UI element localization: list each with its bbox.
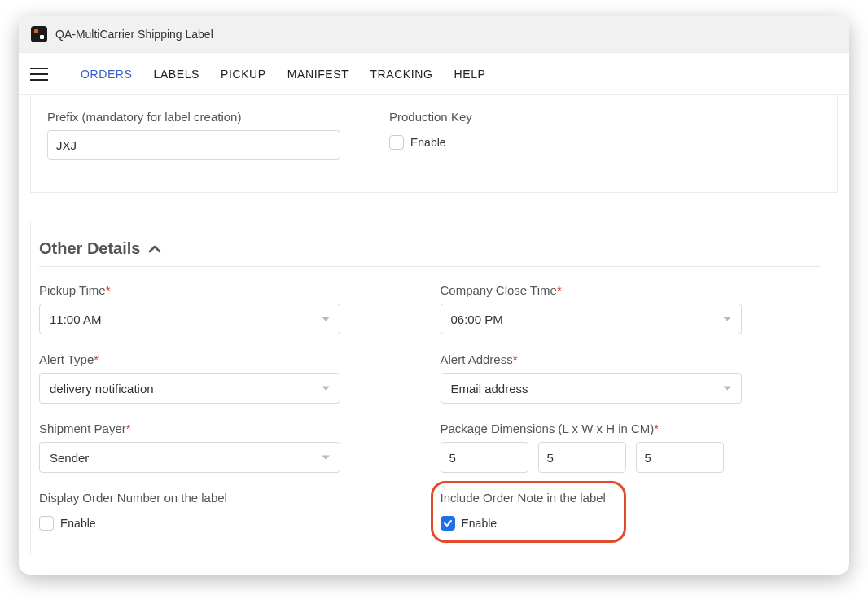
close-time-select[interactable]: 06:00 PM — [441, 304, 742, 334]
panel-prefix: Prefix (mandatory for label creation) Pr… — [30, 95, 838, 193]
caret-down-icon — [723, 387, 731, 391]
checkbox-box-icon — [441, 516, 455, 531]
nav-help[interactable]: HELP — [454, 68, 486, 81]
shipment-payer-label: Shipment Payer* — [39, 422, 419, 435]
display-order-number-enable-label: Enable — [60, 517, 96, 530]
production-key-field: Production Key Enable — [389, 110, 472, 160]
display-order-number-label: Display Order Number on the label — [39, 491, 419, 505]
include-order-note-label: Include Order Note in the label — [441, 491, 821, 505]
alert-type-label: Alert Type* — [39, 352, 419, 366]
nav-manifest[interactable]: MANIFEST — [287, 68, 349, 81]
nav-items: ORDERS LABELS PICKUP MANIFEST TRACKING H… — [81, 68, 485, 81]
dim-height-input[interactable] — [636, 442, 724, 473]
package-dimensions-field: Package Dimensions (L x W x H in CM)* — [441, 422, 821, 473]
prefix-field: Prefix (mandatory for label creation) — [47, 110, 340, 160]
section-header[interactable]: Other Details — [39, 236, 820, 267]
close-time-label: Company Close Time* — [441, 283, 821, 297]
pickup-time-select[interactable]: 11:00 AM — [39, 304, 340, 334]
caret-down-icon — [322, 456, 330, 460]
prefix-input[interactable] — [47, 130, 340, 160]
caret-down-icon — [322, 317, 330, 321]
include-order-note-checkbox[interactable]: Enable — [441, 516, 498, 531]
alert-address-label: Alert Address* — [441, 352, 821, 366]
app-icon — [31, 26, 47, 42]
pickup-time-label: Pickup Time* — [39, 283, 419, 297]
pickup-time-field: Pickup Time* 11:00 AM — [39, 283, 419, 334]
hamburger-menu-icon[interactable] — [30, 68, 48, 81]
close-time-value: 06:00 PM — [451, 313, 503, 326]
app-window: QA-MultiCarrier Shipping Label ORDERS LA… — [19, 16, 849, 575]
alert-type-value: delivery notification — [50, 382, 154, 396]
include-order-note-field: Include Order Note in the label Enable — [441, 491, 821, 534]
include-order-note-enable-label: Enable — [462, 517, 498, 530]
prefix-label: Prefix (mandatory for label creation) — [47, 110, 340, 124]
nav-orders[interactable]: ORDERS — [81, 68, 133, 81]
display-order-number-field: Display Order Number on the label Enable — [39, 491, 419, 534]
caret-down-icon — [322, 387, 330, 391]
dim-width-input[interactable] — [538, 442, 626, 473]
shipment-payer-select[interactable]: Sender — [39, 442, 340, 473]
nav-tracking[interactable]: TRACKING — [370, 68, 432, 81]
alert-address-field: Alert Address* Email address — [441, 352, 821, 404]
panel-other-details: Other Details Pickup Time* 11:00 AM Comp… — [30, 221, 838, 555]
package-dimensions-label: Package Dimensions (L x W x H in CM)* — [441, 422, 821, 435]
pickup-time-value: 11:00 AM — [50, 313, 101, 326]
nav-labels[interactable]: LABELS — [154, 68, 200, 81]
top-nav: ORDERS LABELS PICKUP MANIFEST TRACKING H… — [19, 53, 849, 95]
checkbox-box-icon — [39, 516, 54, 531]
checkbox-box-icon — [389, 135, 404, 150]
caret-down-icon — [723, 317, 731, 321]
production-key-enable-label: Enable — [410, 136, 446, 149]
app-title: QA-MultiCarrier Shipping Label — [55, 28, 213, 41]
shipment-payer-field: Shipment Payer* Sender — [39, 422, 419, 473]
close-time-field: Company Close Time* 06:00 PM — [441, 283, 821, 334]
production-key-enable-checkbox[interactable]: Enable — [389, 135, 446, 150]
display-order-number-checkbox[interactable]: Enable — [39, 516, 96, 531]
alert-type-field: Alert Type* delivery notification — [39, 352, 419, 404]
titlebar: QA-MultiCarrier Shipping Label — [19, 16, 849, 53]
alert-address-select[interactable]: Email address — [441, 373, 742, 404]
production-key-label: Production Key — [389, 110, 472, 124]
chevron-up-icon — [148, 239, 161, 258]
nav-pickup[interactable]: PICKUP — [221, 68, 266, 81]
section-title: Other Details — [39, 239, 140, 258]
shipment-payer-value: Sender — [50, 451, 89, 465]
alert-address-value: Email address — [451, 382, 528, 396]
alert-type-select[interactable]: delivery notification — [39, 373, 340, 404]
dim-length-input[interactable] — [441, 442, 528, 473]
content: Prefix (mandatory for label creation) Pr… — [19, 95, 849, 575]
